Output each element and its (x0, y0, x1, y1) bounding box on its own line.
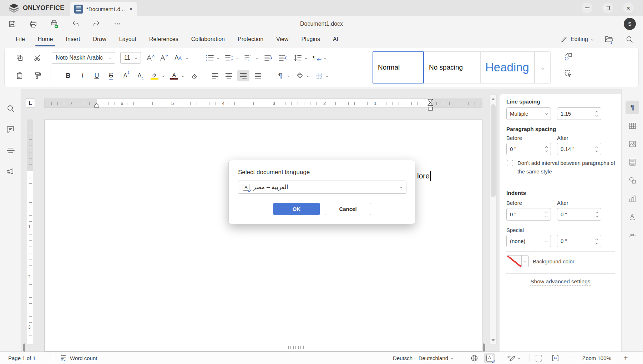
background-color-picker[interactable] (507, 255, 529, 267)
chevron-down-icon[interactable] (236, 56, 239, 59)
indent-before-spinner[interactable]: 0 " (506, 208, 551, 221)
horizontal-scroll-grip[interactable] (288, 346, 305, 349)
paragraph-direction-rtl-button[interactable]: ¶ (312, 52, 322, 64)
header-footer-settings-tab[interactable] (626, 155, 639, 169)
ok-button[interactable]: OK (273, 203, 320, 215)
document-tab[interactable]: *Document1.d... × (70, 2, 137, 16)
document-text[interactable]: lore (417, 171, 431, 181)
vertical-ruler[interactable]: 1 2 3 (27, 120, 33, 344)
underline-button[interactable]: U (92, 70, 102, 81)
navigation-icon[interactable] (6, 145, 16, 156)
user-avatar[interactable]: S (624, 18, 636, 30)
spell-language-icon[interactable] (470, 352, 479, 364)
language-select[interactable]: A العربية – مصر (238, 181, 406, 194)
chevron-down-icon[interactable] (217, 56, 219, 59)
align-center-button[interactable] (224, 70, 234, 81)
numbering-button[interactable]: 12 (224, 52, 234, 64)
chevron-down-icon[interactable] (326, 74, 328, 77)
hanging-indent-marker[interactable] (94, 103, 100, 108)
paste-button[interactable] (15, 70, 25, 81)
text-art-settings-tab[interactable]: A (626, 210, 639, 223)
bullets-button[interactable] (205, 52, 215, 64)
shape-settings-tab[interactable] (626, 173, 639, 187)
cut-button[interactable] (32, 52, 42, 64)
chevron-down-icon[interactable] (305, 56, 307, 59)
indent-after-spinner[interactable]: 0 " (557, 208, 601, 221)
clear-style-button[interactable] (189, 70, 199, 81)
highlight-color-button[interactable] (150, 70, 160, 81)
special-indent-select[interactable]: (none) (506, 235, 551, 247)
menu-home[interactable]: Home (38, 32, 53, 46)
scroll-left-button[interactable] (23, 345, 25, 351)
paragraph-settings-tab[interactable]: ¶ (626, 101, 639, 114)
copy-button[interactable] (15, 52, 25, 64)
horizontal-scrollbar[interactable] (22, 344, 486, 351)
no-color-swatch[interactable] (507, 256, 522, 267)
decrease-font-size-button[interactable] (159, 52, 169, 64)
signature-settings-tab[interactable] (626, 228, 639, 242)
zoom-in-button[interactable]: + (624, 352, 628, 364)
horizontal-ruler[interactable]: 7 6 5 4 3 2 1 (44, 98, 482, 108)
menu-references[interactable]: References (149, 32, 178, 46)
style-normal[interactable]: Normal (373, 51, 424, 84)
track-changes-button[interactable] (507, 352, 520, 364)
line-spacing-value-spinner[interactable]: 1.15 (557, 107, 601, 120)
font-color-button[interactable]: A (169, 70, 179, 81)
menu-view[interactable]: View (276, 32, 288, 46)
zoom-out-button[interactable]: − (570, 352, 574, 364)
borders-button[interactable] (314, 70, 324, 81)
comments-icon[interactable] (6, 124, 16, 135)
image-settings-tab[interactable] (626, 137, 639, 151)
decrease-indent-button[interactable] (278, 52, 288, 64)
align-right-button[interactable] (237, 70, 249, 81)
spacing-after-spinner[interactable]: 0.14 " (557, 143, 601, 155)
spacing-before-spinner[interactable]: 0 " (506, 143, 551, 155)
close-button[interactable]: × (623, 2, 634, 13)
vertical-scrollbar[interactable] (490, 95, 497, 344)
vertical-scroll-thumb[interactable] (491, 104, 496, 197)
chevron-down-icon[interactable] (287, 74, 290, 77)
style-gallery-expand-button[interactable] (535, 51, 551, 84)
chevron-down-icon[interactable] (162, 74, 164, 77)
align-left-button[interactable] (210, 70, 220, 81)
show-advanced-settings-link[interactable]: Show advanced settings (500, 278, 621, 285)
chevron-down-icon[interactable] (307, 74, 309, 77)
document-page[interactable]: lore (44, 120, 482, 352)
bold-button[interactable]: B (63, 70, 73, 81)
scroll-up-button[interactable] (490, 95, 496, 103)
line-spacing-button[interactable] (293, 52, 303, 64)
chevron-down-icon[interactable] (255, 56, 258, 59)
subscript-button[interactable]: A1 (135, 70, 145, 81)
font-size-select[interactable]: 11 (120, 52, 141, 64)
select-all-button[interactable] (563, 68, 573, 80)
format-painter-button[interactable] (32, 70, 42, 81)
word-count-button[interactable]: 12 Word count (59, 352, 97, 364)
fit-to-page-button[interactable] (535, 352, 543, 364)
feedback-icon[interactable] (6, 166, 16, 177)
menu-collaboration[interactable]: Collaboration (191, 32, 225, 46)
chart-settings-tab[interactable] (626, 192, 639, 205)
open-file-location-button[interactable] (604, 34, 614, 45)
line-spacing-type-select[interactable]: Multiple (506, 107, 551, 120)
minimize-button[interactable] (582, 2, 592, 13)
menu-protection[interactable]: Protection (238, 32, 263, 46)
shading-button[interactable] (294, 70, 304, 81)
nonprinting-characters-button[interactable]: ¶ (275, 70, 285, 81)
tab-close-icon[interactable]: × (129, 6, 133, 12)
style-heading[interactable]: Heading (480, 51, 535, 84)
search-icon[interactable] (624, 34, 634, 45)
table-settings-tab[interactable] (626, 119, 639, 132)
font-name-select[interactable]: Noto Naskh Arabic (52, 52, 115, 64)
scroll-right-button[interactable] (483, 345, 485, 351)
replace-button[interactable] (563, 51, 573, 62)
spell-checking-toggle[interactable]: A (484, 352, 495, 364)
maximize-button[interactable] (602, 2, 613, 13)
menu-ai[interactable]: AI (333, 32, 338, 46)
change-case-button[interactable]: AA (173, 52, 183, 64)
document-language-selector[interactable]: Deutsch – Deutschland (393, 352, 453, 364)
scroll-down-button[interactable] (490, 336, 496, 344)
menu-plugins[interactable]: Plugins (301, 32, 320, 46)
style-no-spacing[interactable]: No spacing (424, 51, 480, 84)
find-icon[interactable] (6, 103, 16, 114)
chevron-down-icon[interactable] (182, 74, 184, 77)
